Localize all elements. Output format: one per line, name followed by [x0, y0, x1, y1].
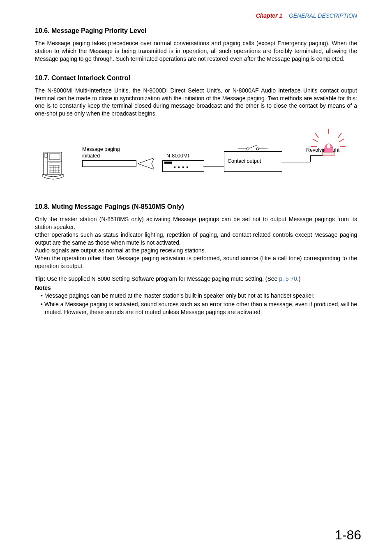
label-message-paging-1: Message paging	[82, 146, 120, 152]
svg-point-20	[327, 144, 331, 149]
section-10-6-para: The Message paging takes precedence over…	[35, 39, 357, 63]
notes-list: Message pagings can be muted at the mast…	[35, 292, 357, 316]
page-content: Chapter 1 GENERAL DESCRIPTION 10.6. Mess…	[0, 0, 392, 333]
label-n8000mi: N-8000MI	[166, 153, 189, 159]
list-item: While a Message paging is activated, sou…	[41, 301, 357, 316]
section-10-8-para2: Other operations such as status indicato…	[35, 231, 357, 247]
chapter-title: GENERAL DESCRIPTION	[289, 12, 357, 19]
svg-point-15	[247, 148, 249, 150]
notes-heading: Notes	[35, 284, 357, 291]
chapter-label: Chapter 1	[256, 12, 283, 19]
switch-icon	[236, 141, 269, 151]
page-number: 1-86	[335, 527, 361, 543]
svg-line-16	[249, 145, 257, 148]
box-source	[82, 160, 136, 167]
list-item: Message pagings can be muted at the mast…	[41, 292, 357, 300]
revolving-light-icon	[318, 138, 339, 159]
label-message-paging-2: initiated	[82, 153, 100, 159]
page-header: Chapter 1 GENERAL DESCRIPTION	[35, 12, 357, 19]
svg-rect-3	[49, 154, 60, 160]
section-10-6-heading: 10.6. Message Paging Priority Level	[35, 27, 357, 35]
svg-point-17	[256, 148, 259, 150]
svg-rect-1	[45, 153, 47, 157]
box-contact-output: Contact output	[224, 151, 282, 172]
section-10-8-para3: Audio signals are output as normal at th…	[35, 247, 357, 254]
section-10-7-para: The N-8000MI Multi-Interface Unit's, the…	[35, 87, 357, 118]
arrow-icon	[137, 155, 161, 173]
station-icon	[41, 150, 66, 180]
section-10-8-heading: 10.8. Muting Message Pagings (N-8510MS O…	[35, 203, 357, 210]
section-10-8-para4: When the operation other than Message pa…	[35, 254, 357, 270]
svg-rect-19	[323, 152, 335, 155]
tip-line: Tip: Use the supplied N-8000 Setting Sof…	[35, 275, 357, 282]
tip-label: Tip:	[35, 275, 45, 282]
section-10-8-para1: Only the master station (N-8510MS only) …	[35, 215, 357, 231]
diagram-contact-interlock: Message paging initiated N-8000MI Contac…	[35, 125, 357, 195]
tip-after: .)	[297, 275, 301, 282]
box-n8000mi	[162, 160, 204, 172]
tip-text: Use the supplied N-8000 Setting Software…	[45, 275, 279, 282]
section-10-7-heading: 10.7. Contact Interlock Control	[35, 74, 357, 82]
tip-link[interactable]: p. 5-70	[279, 275, 297, 282]
label-contact-output: Contact output	[228, 158, 261, 164]
